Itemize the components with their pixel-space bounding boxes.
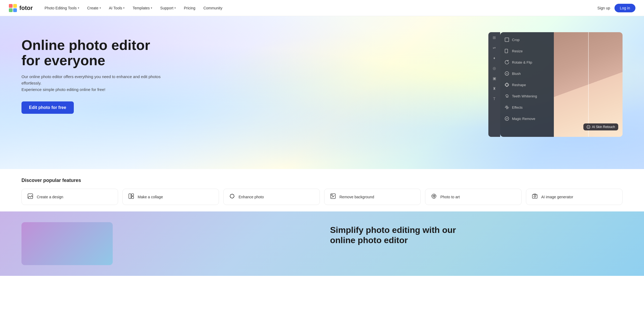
svg-point-11 xyxy=(587,125,590,129)
sidebar-teeth[interactable]: Teeth Whitening xyxy=(500,91,554,101)
grid-icon[interactable]: ⊞ xyxy=(492,35,497,41)
svg-rect-24 xyxy=(532,195,537,198)
svg-rect-20 xyxy=(331,194,335,199)
chevron-icon: ▾ xyxy=(151,6,152,9)
svg-point-21 xyxy=(331,195,332,196)
crop-icon[interactable]: ▣ xyxy=(492,76,497,82)
navbar: fotor Photo Editing Tools ▾ Create ▾ AI … xyxy=(0,0,644,16)
feature-photo-to-art[interactable]: Photo to art xyxy=(425,189,522,205)
sidebar-resize[interactable]: Resize xyxy=(500,46,554,56)
hero-right: ⊞ ⇌ ♦ ◎ ▣ ♜ T Crop Resize xyxy=(172,32,623,137)
teeth-icon xyxy=(504,94,509,98)
enhance-photo-icon xyxy=(229,193,235,200)
chevron-icon: ▾ xyxy=(174,6,176,9)
bottom-left xyxy=(21,222,314,265)
sidebar-magic-remove[interactable]: Magic Remove xyxy=(500,113,554,124)
ai-image-gen-icon xyxy=(532,193,538,200)
sidebar-crop[interactable]: Crop xyxy=(500,34,554,45)
hero-section: Online photo editor for everyone Our onl… xyxy=(0,16,644,169)
make-collage-icon xyxy=(128,193,134,200)
chevron-icon: ▾ xyxy=(78,6,79,9)
svg-point-25 xyxy=(534,196,536,197)
ai-image-gen-label: AI image generator xyxy=(541,195,573,199)
create-design-icon xyxy=(27,193,34,200)
face-photo: AI Skin Retouch xyxy=(554,32,623,137)
effects-icon xyxy=(504,105,509,110)
sidebar-reshape[interactable]: Reshape xyxy=(500,79,554,90)
blush-icon xyxy=(504,71,509,76)
feature-ai-image-gen[interactable]: AI image generator xyxy=(526,189,623,205)
feature-enhance-photo[interactable]: Enhance photo xyxy=(223,189,320,205)
feature-create-design[interactable]: Create a design xyxy=(21,189,118,205)
edit-photo-button[interactable]: Edit photo for free xyxy=(21,101,74,114)
svg-rect-3 xyxy=(13,8,17,12)
photo-panel: AI Skin Retouch xyxy=(554,32,623,137)
fotor-logo-icon xyxy=(9,4,17,12)
reshape-icon xyxy=(504,82,509,87)
logo[interactable]: fotor xyxy=(9,4,33,12)
logo-text: fotor xyxy=(19,5,33,12)
rotate-icon xyxy=(504,60,509,65)
face-icon[interactable]: ♦ xyxy=(492,56,497,61)
svg-rect-4 xyxy=(505,38,509,42)
svg-rect-16 xyxy=(129,194,131,199)
bottom-section: Simplify photo editing with our online p… xyxy=(0,211,644,276)
nav-community[interactable]: Community xyxy=(200,4,226,12)
eye-icon[interactable]: ◎ xyxy=(492,66,497,71)
text-icon[interactable]: T xyxy=(492,97,497,102)
remove-bg-label: Remove background xyxy=(339,195,374,199)
bottom-preview-image xyxy=(21,222,113,265)
chevron-icon: ▾ xyxy=(123,6,125,9)
sidebar-rotate[interactable]: Rotate & Flip xyxy=(500,57,554,68)
svg-point-22 xyxy=(432,194,436,198)
sidebar-effects[interactable]: Effects xyxy=(500,102,554,113)
chevron-icon: ▾ xyxy=(100,6,101,9)
svg-rect-5 xyxy=(505,49,508,53)
bottom-right: Simplify photo editing with our online p… xyxy=(330,222,623,246)
svg-rect-1 xyxy=(13,4,17,8)
editor-left-icons: ⊞ ⇌ ♦ ◎ ▣ ♜ T xyxy=(488,32,500,137)
make-collage-label: Make a collage xyxy=(138,195,163,199)
crop-icon xyxy=(504,37,509,42)
feature-make-collage[interactable]: Make a collage xyxy=(122,189,219,205)
hero-title: Online photo editor for everyone xyxy=(21,38,161,68)
remove-bg-icon xyxy=(330,193,336,200)
svg-rect-18 xyxy=(131,196,134,199)
ai-skin-badge: AI Skin Retouch xyxy=(583,123,618,130)
editor-mockup: ⊞ ⇌ ♦ ◎ ▣ ♜ T Crop Resize xyxy=(488,32,623,137)
nav-create[interactable]: Create ▾ xyxy=(84,4,104,12)
svg-point-13 xyxy=(589,126,589,127)
nav-photo-editing[interactable]: Photo Editing Tools ▾ xyxy=(41,4,82,12)
photo-to-art-icon xyxy=(431,193,437,200)
magic-icon xyxy=(504,116,509,121)
svg-rect-17 xyxy=(131,194,134,196)
photo-to-art-label: Photo to art xyxy=(440,195,460,199)
nav-items: Photo Editing Tools ▾ Create ▾ AI Tools … xyxy=(41,4,597,12)
nav-ai-tools[interactable]: AI Tools ▾ xyxy=(106,4,128,12)
hero-content: Online photo editor for everyone Our onl… xyxy=(0,16,644,148)
sidebar-blush[interactable]: Blush xyxy=(500,68,554,79)
svg-rect-0 xyxy=(9,4,13,8)
create-design-label: Create a design xyxy=(37,195,63,199)
feature-remove-bg[interactable]: Remove background xyxy=(324,189,421,205)
nav-templates[interactable]: Templates ▾ xyxy=(129,4,155,12)
editor-sidebar: Crop Resize Rotate & Flip Blush xyxy=(500,32,554,137)
login-button[interactable]: Log in xyxy=(614,4,635,12)
nav-right: Sign up Log in xyxy=(597,4,635,12)
bottom-title: Simplify photo editing with our online p… xyxy=(330,225,623,246)
people-icon[interactable]: ♜ xyxy=(492,86,497,92)
ai-icon xyxy=(587,125,590,129)
svg-rect-2 xyxy=(9,8,13,12)
nav-support[interactable]: Support ▾ xyxy=(157,4,179,12)
signup-link[interactable]: Sign up xyxy=(597,6,610,10)
hero-description: Our online photo editor offers everythin… xyxy=(21,74,161,93)
features-title: Discover popular features xyxy=(21,178,623,183)
nav-pricing[interactable]: Pricing xyxy=(181,4,199,12)
features-section: Discover popular features Create a desig… xyxy=(0,169,644,211)
resize-icon xyxy=(504,49,509,53)
tune-icon[interactable]: ⇌ xyxy=(492,46,497,51)
svg-point-12 xyxy=(588,126,588,127)
svg-point-7 xyxy=(505,83,509,86)
features-row: Create a design Make a collage Enhance p… xyxy=(21,189,623,205)
enhance-photo-label: Enhance photo xyxy=(239,195,264,199)
